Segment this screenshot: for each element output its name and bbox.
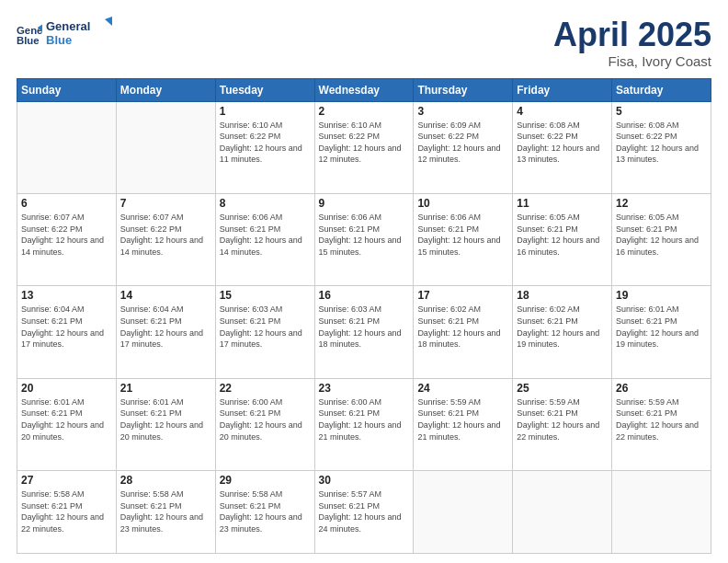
day-info-line: Sunset: 6:21 PM	[220, 316, 281, 326]
table-row: 16Sunrise: 6:03 AMSunset: 6:21 PMDayligh…	[314, 286, 414, 378]
table-row	[612, 471, 711, 554]
day-info-line: Daylight: 12 hours and 22 minutes.	[616, 420, 699, 442]
table-row	[116, 101, 215, 193]
day-info-line: Sunrise: 6:05 AM	[517, 213, 580, 222]
table-row: 9Sunrise: 6:06 AMSunset: 6:21 PMDaylight…	[314, 193, 414, 285]
day-info-line: Daylight: 12 hours and 21 minutes.	[417, 420, 500, 442]
day-number: 3	[417, 105, 508, 118]
day-info-line: Sunset: 6:21 PM	[220, 224, 281, 234]
day-info: Sunrise: 5:57 AMSunset: 6:21 PMDaylight:…	[319, 488, 410, 534]
day-info-line: Daylight: 12 hours and 11 minutes.	[220, 144, 302, 165]
page: General Blue General Blue April 2025 Fis…	[0, 0, 728, 563]
day-info: Sunrise: 6:02 AMSunset: 6:21 PMDaylight:…	[517, 304, 608, 350]
day-number: 21	[120, 382, 211, 395]
day-info-line: Daylight: 12 hours and 18 minutes.	[417, 328, 500, 350]
day-info-line: Daylight: 12 hours and 23 minutes.	[120, 512, 203, 534]
day-info-line: Sunrise: 6:04 AM	[21, 304, 85, 314]
weekday-header-row: Sunday Monday Tuesday Wednesday Thursday…	[17, 78, 711, 101]
day-number: 15	[220, 289, 311, 302]
day-info-line: Sunset: 6:22 PM	[220, 132, 281, 141]
day-info: Sunrise: 5:59 AMSunset: 6:21 PMDaylight:…	[517, 396, 608, 442]
table-row: 21Sunrise: 6:01 AMSunset: 6:21 PMDayligh…	[116, 378, 215, 470]
day-info: Sunrise: 6:02 AMSunset: 6:21 PMDaylight:…	[417, 304, 508, 350]
day-info: Sunrise: 6:01 AMSunset: 6:21 PMDaylight:…	[120, 396, 211, 442]
day-info: Sunrise: 6:00 AMSunset: 6:21 PMDaylight:…	[319, 396, 410, 442]
day-info-line: Sunrise: 6:01 AM	[616, 304, 679, 314]
table-row: 6Sunrise: 6:07 AMSunset: 6:22 PMDaylight…	[17, 193, 117, 285]
day-info-line: Sunset: 6:21 PM	[417, 316, 479, 326]
day-info-line: Sunset: 6:21 PM	[616, 224, 677, 234]
day-info: Sunrise: 6:08 AMSunset: 6:22 PMDaylight:…	[517, 120, 608, 166]
day-info-line: Daylight: 12 hours and 20 minutes.	[120, 420, 203, 442]
logo: General Blue General Blue	[17, 17, 119, 52]
day-info: Sunrise: 6:06 AMSunset: 6:21 PMDaylight:…	[220, 212, 311, 258]
day-info-line: Sunrise: 6:04 AM	[120, 304, 184, 314]
day-info: Sunrise: 6:10 AMSunset: 6:22 PMDaylight:…	[319, 120, 410, 166]
day-number: 13	[21, 289, 112, 302]
header: General Blue General Blue April 2025 Fis…	[17, 17, 711, 69]
header-tuesday: Tuesday	[215, 78, 314, 101]
day-info-line: Sunset: 6:21 PM	[319, 224, 381, 234]
day-info-line: Daylight: 12 hours and 14 minutes.	[120, 236, 203, 257]
day-info-line: Sunrise: 6:03 AM	[220, 304, 283, 314]
table-row: 26Sunrise: 5:59 AMSunset: 6:21 PMDayligh…	[612, 378, 711, 470]
day-info-line: Sunset: 6:21 PM	[319, 501, 381, 511]
table-row: 30Sunrise: 5:57 AMSunset: 6:21 PMDayligh…	[314, 471, 414, 554]
table-row: 25Sunrise: 5:59 AMSunset: 6:21 PMDayligh…	[513, 378, 612, 470]
day-info-line: Sunrise: 5:58 AM	[120, 489, 184, 499]
day-info-line: Sunrise: 6:06 AM	[220, 213, 283, 222]
day-info-line: Sunrise: 6:00 AM	[220, 397, 283, 407]
day-info-line: Sunrise: 6:08 AM	[616, 121, 679, 130]
table-row: 5Sunrise: 6:08 AMSunset: 6:22 PMDaylight…	[612, 101, 711, 193]
day-info-line: Sunset: 6:22 PM	[120, 224, 182, 234]
day-info-line: Sunrise: 6:01 AM	[120, 397, 184, 407]
day-info-line: Sunset: 6:21 PM	[517, 316, 578, 326]
day-info-line: Sunrise: 5:59 AM	[517, 397, 580, 407]
day-number: 16	[319, 289, 410, 302]
svg-text:General: General	[46, 19, 90, 33]
table-row: 2Sunrise: 6:10 AMSunset: 6:22 PMDaylight…	[314, 101, 414, 193]
day-info-line: Daylight: 12 hours and 16 minutes.	[616, 236, 699, 257]
table-row: 27Sunrise: 5:58 AMSunset: 6:21 PMDayligh…	[17, 471, 117, 554]
day-info-line: Sunset: 6:21 PM	[120, 501, 182, 511]
day-number: 8	[220, 197, 311, 210]
day-number: 19	[616, 289, 707, 302]
table-row: 1Sunrise: 6:10 AMSunset: 6:22 PMDaylight…	[215, 101, 314, 193]
header-thursday: Thursday	[414, 78, 513, 101]
table-row: 7Sunrise: 6:07 AMSunset: 6:22 PMDaylight…	[116, 193, 215, 285]
day-info-line: Sunrise: 6:02 AM	[417, 304, 481, 314]
table-row: 22Sunrise: 6:00 AMSunset: 6:21 PMDayligh…	[215, 378, 314, 470]
day-info-line: Sunset: 6:22 PM	[517, 132, 578, 141]
day-number: 9	[319, 197, 410, 210]
day-info-line: Daylight: 12 hours and 13 minutes.	[616, 144, 699, 165]
table-row: 29Sunrise: 5:58 AMSunset: 6:21 PMDayligh…	[215, 471, 314, 554]
table-row	[513, 471, 612, 554]
day-info: Sunrise: 5:58 AMSunset: 6:21 PMDaylight:…	[220, 488, 311, 534]
day-info-line: Daylight: 12 hours and 19 minutes.	[616, 328, 699, 350]
day-info-line: Sunrise: 6:01 AM	[21, 397, 85, 407]
table-row: 11Sunrise: 6:05 AMSunset: 6:21 PMDayligh…	[513, 193, 612, 285]
table-row	[17, 101, 117, 193]
day-number: 29	[220, 474, 311, 487]
day-info-line: Sunrise: 6:07 AM	[21, 213, 85, 222]
logo-icon: General Blue	[17, 21, 42, 47]
svg-marker-4	[105, 17, 112, 26]
day-info-line: Daylight: 12 hours and 23 minutes.	[220, 512, 302, 534]
day-number: 14	[120, 289, 211, 302]
day-number: 4	[517, 105, 608, 118]
day-info-line: Sunrise: 5:59 AM	[417, 397, 481, 407]
table-row: 20Sunrise: 6:01 AMSunset: 6:21 PMDayligh…	[17, 378, 117, 470]
day-info-line: Sunrise: 6:00 AM	[319, 397, 382, 407]
table-row: 24Sunrise: 5:59 AMSunset: 6:21 PMDayligh…	[414, 378, 513, 470]
day-info: Sunrise: 6:01 AMSunset: 6:21 PMDaylight:…	[21, 396, 112, 442]
day-number: 10	[417, 197, 508, 210]
table-row: 18Sunrise: 6:02 AMSunset: 6:21 PMDayligh…	[513, 286, 612, 378]
day-info-line: Sunrise: 5:57 AM	[319, 489, 382, 499]
day-info-line: Sunrise: 5:58 AM	[220, 489, 283, 499]
table-row: 12Sunrise: 6:05 AMSunset: 6:21 PMDayligh…	[612, 193, 711, 285]
day-number: 17	[417, 289, 508, 302]
day-number: 2	[319, 105, 410, 118]
svg-text:Blue: Blue	[17, 35, 40, 46]
day-number: 25	[517, 382, 608, 395]
day-info-line: Daylight: 12 hours and 22 minutes.	[517, 420, 599, 442]
